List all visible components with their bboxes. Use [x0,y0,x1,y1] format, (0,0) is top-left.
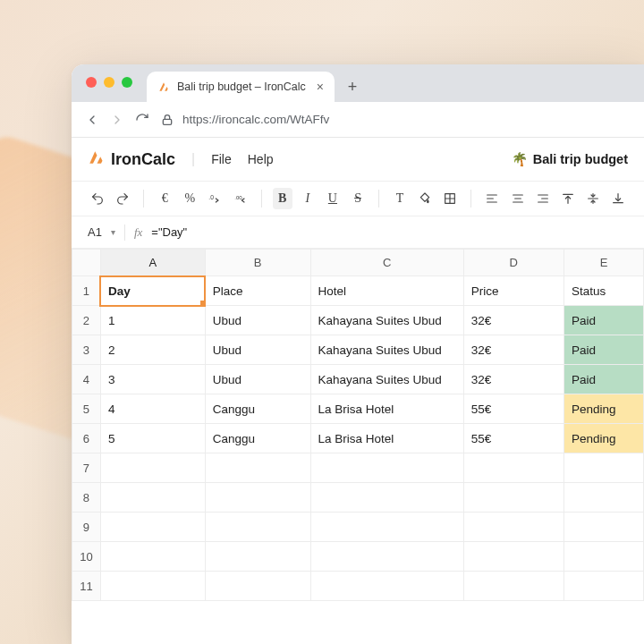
cell-E10[interactable] [564,542,643,572]
borders-button[interactable] [440,188,460,209]
reload-button[interactable] [134,112,150,128]
cell-A7[interactable] [100,453,205,483]
cell-A9[interactable] [100,513,205,542]
cell-E8[interactable] [564,483,643,513]
column-header-A[interactable]: A [100,250,205,276]
cell-C7[interactable] [310,453,463,483]
row-header[interactable]: 8 [72,483,101,513]
menu-file[interactable]: File [211,152,232,166]
cell-C4[interactable]: Kahayana Suites Ubud [310,365,463,394]
cell-B9[interactable] [205,513,310,542]
cell-A6[interactable]: 5 [100,424,205,453]
cell-A8[interactable] [100,483,205,513]
cell-B11[interactable] [205,572,310,601]
decrease-decimal-button[interactable]: .0 [205,188,225,209]
bold-button[interactable]: B [273,188,292,209]
maximize-window-button[interactable] [122,77,132,88]
valign-bottom-button[interactable] [608,188,628,209]
address-bar[interactable]: https://ironcalc.com/WtAFfv [159,112,631,128]
cell-A11[interactable] [100,572,205,601]
row-header[interactable]: 3 [72,335,101,365]
cell-A2[interactable]: 1 [100,306,205,335]
align-left-button[interactable] [482,188,502,209]
back-button[interactable] [84,112,100,128]
increase-decimal-button[interactable]: .00 [231,188,250,209]
strikethrough-button[interactable]: S [348,188,368,209]
cell-D11[interactable] [463,572,564,601]
cell-A3[interactable]: 2 [100,335,205,365]
cell-D5[interactable]: 55€ [463,394,564,424]
currency-button[interactable]: € [155,188,174,209]
valign-top-button[interactable] [558,188,578,209]
align-right-button[interactable] [533,188,553,209]
cell-D10[interactable] [463,542,564,572]
row-header[interactable]: 4 [72,365,101,394]
cell-E3[interactable]: Paid [564,335,643,365]
underline-button[interactable]: U [323,188,343,209]
cell-C3[interactable]: Kahayana Suites Ubud [310,335,463,365]
cell-C6[interactable]: La Brisa Hotel [310,424,463,453]
close-window-button[interactable] [86,77,97,88]
cell-E2[interactable]: Paid [564,306,643,335]
column-header-D[interactable]: D [463,250,564,276]
cell-E4[interactable]: Paid [564,365,643,394]
cell-C10[interactable] [310,542,463,572]
select-all-corner[interactable] [72,250,101,276]
cell-D7[interactable] [463,453,564,483]
row-header[interactable]: 2 [72,306,101,335]
row-header[interactable]: 6 [72,424,101,453]
minimize-window-button[interactable] [104,77,114,88]
redo-button[interactable] [113,188,132,209]
cell-B5[interactable]: Canggu [205,394,310,424]
forward-button[interactable] [109,112,125,128]
row-header[interactable]: 11 [72,572,101,601]
text-color-button[interactable]: T [390,188,410,209]
cell-E5[interactable]: Pending [564,394,643,424]
cell-B8[interactable] [205,483,310,513]
cell-E9[interactable] [564,513,643,542]
cell-D3[interactable]: 32€ [463,335,564,365]
cell-B10[interactable] [205,542,310,572]
browser-tab[interactable]: Bali trip budget – IronCalc × [147,72,335,102]
column-header-C[interactable]: C [310,250,463,276]
cell-B7[interactable] [205,453,310,483]
cell-C2[interactable]: Kahayana Suites Ubud [310,306,463,335]
cell-D9[interactable] [463,513,564,542]
cell-reference[interactable]: A1 [88,225,102,239]
cell-E11[interactable] [564,572,643,601]
cell-C9[interactable] [310,513,463,542]
percent-button[interactable]: % [180,188,199,209]
cell-E6[interactable]: Pending [564,424,643,453]
chevron-down-icon[interactable]: ▾ [111,227,115,237]
row-header[interactable]: 7 [72,453,101,483]
row-header[interactable]: 1 [72,276,101,306]
cell-D8[interactable] [463,483,564,513]
menu-help[interactable]: Help [248,152,274,166]
cell-B2[interactable]: Ubud [205,306,310,335]
cell-E1[interactable]: Status [564,276,643,306]
row-header[interactable]: 5 [72,394,101,424]
fill-color-button[interactable] [415,188,435,209]
cell-D6[interactable]: 55€ [463,424,564,453]
cell-B4[interactable]: Ubud [205,365,310,394]
cell-C5[interactable]: La Brisa Hotel [310,394,463,424]
formula-input[interactable]: ="Day" [151,225,187,239]
column-header-E[interactable]: E [564,250,643,276]
italic-button[interactable]: I [298,188,318,209]
cell-A5[interactable]: 4 [100,394,205,424]
cell-B3[interactable]: Ubud [205,335,310,365]
cell-C8[interactable] [310,483,463,513]
cell-D1[interactable]: Price [463,276,564,306]
spreadsheet-grid[interactable]: ABCDE 1DayPlaceHotelPriceStatus21UbudKah… [72,249,644,644]
cell-C11[interactable] [310,572,463,601]
cell-E7[interactable] [564,453,643,483]
align-center-button[interactable] [507,188,527,209]
row-header[interactable]: 10 [72,542,101,572]
document-title[interactable]: 🌴 Bali trip budget [512,152,628,167]
new-tab-button[interactable]: + [340,74,365,99]
valign-middle-button[interactable] [583,188,603,209]
cell-A10[interactable] [100,542,205,572]
close-tab-icon[interactable]: × [317,80,324,93]
cell-A4[interactable]: 3 [100,365,205,394]
undo-button[interactable] [88,188,107,209]
